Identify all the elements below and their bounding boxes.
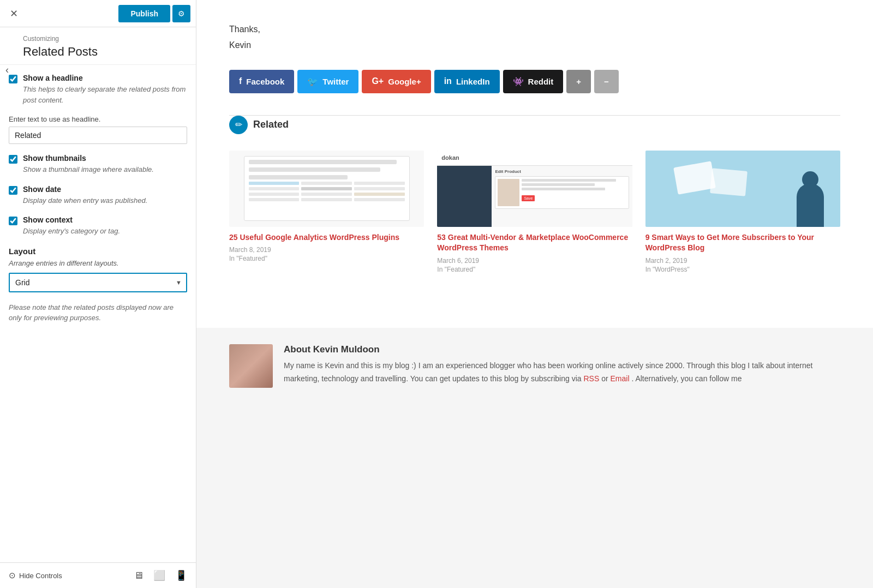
card-category: In "Featured"	[437, 266, 632, 273]
preview-content: Thanks, Kevin f Facebook 🐦 Twitter G+ Go…	[196, 0, 873, 328]
controls-area: Show a headline This helps to clearly se…	[0, 65, 196, 562]
about-section: About Kevin Muldoon My name is Kevin and…	[196, 328, 873, 404]
related-header: ✏ Related	[229, 115, 840, 140]
tablet-icon[interactable]: ⬜	[153, 569, 165, 581]
thanks-author: Kevin	[229, 38, 840, 53]
avatar-image	[229, 344, 273, 388]
layout-description: Arrange entries in different layouts.	[9, 259, 187, 267]
card-title: 53 Great Multi-Vendor & Marketplace WooC…	[437, 232, 632, 254]
date-checkbox-label[interactable]: Show date Display date when entry was pu…	[9, 185, 187, 206]
envelope-icon	[710, 168, 748, 196]
card-title: 9 Smart Ways to Get More Subscribers to …	[645, 232, 840, 254]
twitter-label: Twitter	[322, 77, 349, 86]
page-title: Related Posts	[9, 45, 187, 59]
context-label: Show context	[23, 215, 120, 224]
linkedin-label: LinkedIn	[456, 77, 490, 86]
card-title: 25 Useful Google Analytics WordPress Plu…	[229, 232, 424, 243]
right-panel: Thanks, Kevin f Facebook 🐦 Twitter G+ Go…	[196, 0, 873, 588]
dokan-image: dokan Edit Product	[437, 151, 632, 227]
headline-control: Show a headline This helps to clearly se…	[9, 74, 187, 105]
date-label: Show date	[23, 185, 147, 194]
context-control: Show context Display entry's category or…	[9, 215, 187, 237]
share-twitter-button[interactable]: 🐦 Twitter	[297, 70, 358, 93]
related-heading: Related	[253, 119, 289, 130]
facebook-icon: f	[239, 76, 242, 86]
google-icon: G+	[372, 76, 384, 86]
share-linkedin-button[interactable]: in LinkedIn	[434, 70, 500, 93]
plus-label: +	[576, 77, 581, 86]
rss-link[interactable]: RSS	[583, 374, 599, 383]
minus-label: −	[604, 77, 609, 86]
related-card: 25 Useful Google Analytics WordPress Plu…	[229, 151, 424, 273]
context-description: Display entry's category or tag.	[23, 226, 120, 237]
card-category: In "WordPress"	[645, 266, 840, 273]
related-section: ✏ Related	[229, 115, 840, 273]
date-control: Show date Display date when entry was pu…	[9, 185, 187, 206]
google-label: Google+	[388, 77, 421, 86]
headline-input-row: Enter text to use as headline.	[9, 115, 187, 144]
layout-select-wrapper: Grid List	[9, 273, 187, 292]
facebook-label: Facebook	[246, 77, 284, 86]
thumbnails-label: Show thumbnails	[23, 154, 154, 163]
card-date: March 8, 2019	[229, 246, 424, 254]
thumbnails-checkbox[interactable]	[9, 155, 17, 164]
context-checkbox[interactable]	[9, 217, 17, 225]
about-heading: About Kevin Muldoon	[284, 344, 840, 355]
about-body: My name is Kevin and this is my blog :) …	[284, 359, 840, 386]
close-button[interactable]: ✕	[5, 5, 22, 22]
share-reddit-button[interactable]: 👾 Reddit	[503, 70, 564, 93]
share-google-button[interactable]: G+ Google+	[362, 70, 430, 93]
mobile-icon[interactable]: 📱	[175, 569, 187, 581]
left-panel: ✕ Publish ⚙ ‹ Customizing Related Posts …	[0, 0, 196, 588]
headline-description: This helps to clearly separate the relat…	[23, 84, 187, 105]
email-link[interactable]: Email	[611, 374, 630, 383]
person-icon	[797, 183, 824, 227]
reddit-icon: 👾	[513, 76, 524, 87]
device-icons: 🖥 ⬜ 📱	[134, 569, 187, 581]
date-checkbox[interactable]	[9, 186, 17, 195]
related-grid: 25 Useful Google Analytics WordPress Plu…	[229, 151, 840, 273]
layout-control: Layout Arrange entries in different layo…	[9, 247, 187, 292]
headline-label: Show a headline	[23, 74, 187, 82]
card-date: March 2, 2019	[645, 257, 840, 265]
share-plus-button[interactable]: +	[566, 70, 591, 93]
preview-note: Please note that the related posts displ…	[9, 302, 187, 323]
headline-input-label: Enter text to use as headline.	[9, 115, 187, 123]
headline-checkbox-label[interactable]: Show a headline This helps to clearly se…	[9, 74, 187, 105]
thanks-greeting: Thanks,	[229, 22, 840, 38]
related-card: dokan Edit Product	[437, 151, 632, 273]
date-description: Display date when entry was published.	[23, 195, 147, 206]
headline-checkbox[interactable]	[9, 75, 17, 83]
hide-controls-icon: ⊙	[9, 571, 16, 580]
headline-input[interactable]	[9, 127, 187, 144]
share-buttons: f Facebook 🐦 Twitter G+ Google+ in Linke…	[229, 70, 840, 93]
context-checkbox-label[interactable]: Show context Display entry's category or…	[9, 215, 187, 237]
card-date: March 6, 2019	[437, 257, 632, 265]
layout-select[interactable]: Grid List	[9, 273, 187, 292]
twitter-icon: 🐦	[307, 76, 318, 87]
related-card: 9 Smart Ways to Get More Subscribers to …	[645, 151, 840, 273]
author-avatar	[229, 344, 273, 388]
thanks-section: Thanks, Kevin	[229, 22, 840, 53]
back-button[interactable]: ‹	[5, 64, 9, 76]
publish-button[interactable]: Publish	[118, 5, 170, 22]
pencil-icon: ✏	[235, 119, 242, 130]
hide-controls-button[interactable]: ⊙ Hide Controls	[9, 571, 62, 580]
reddit-label: Reddit	[528, 77, 554, 86]
desktop-icon[interactable]: 🖥	[134, 569, 143, 581]
related-icon: ✏	[229, 116, 248, 134]
breadcrumb: ‹ Customizing Related Posts	[0, 27, 196, 65]
thumbnails-description: Show a thumbnail image where available.	[23, 164, 154, 175]
linkedin-icon: in	[444, 76, 452, 86]
breadcrumb-sub: Customizing	[9, 35, 187, 43]
publish-group: Publish ⚙	[118, 5, 190, 22]
top-bar: ✕ Publish ⚙	[0, 0, 196, 27]
share-minus-button[interactable]: −	[594, 70, 619, 93]
thumbnails-control: Show thumbnails Show a thumbnail image w…	[9, 154, 187, 175]
thumbnails-checkbox-label[interactable]: Show thumbnails Show a thumbnail image w…	[9, 154, 187, 175]
layout-heading: Layout	[9, 247, 187, 256]
share-facebook-button[interactable]: f Facebook	[229, 70, 294, 93]
hide-controls-label: Hide Controls	[19, 572, 62, 580]
envelope-icon	[673, 161, 716, 194]
gear-button[interactable]: ⚙	[172, 5, 190, 22]
